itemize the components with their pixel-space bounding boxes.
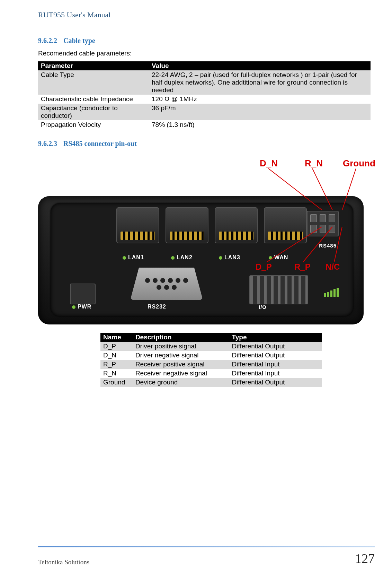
th-name: Name	[100, 333, 133, 342]
rj45-ports-row	[116, 207, 307, 243]
cell-param: Characteristic cable Impedance	[38, 95, 149, 104]
cell-type: Differential Input	[229, 360, 322, 369]
cell-name: R_P	[100, 360, 133, 369]
callout-r-p: R_P	[294, 262, 311, 272]
cell-type: Differential Output	[229, 342, 322, 351]
table-row: D_N Driver negative signal Differential …	[100, 351, 322, 360]
led-dot-icon	[219, 256, 222, 260]
cell-name: R_N	[100, 369, 133, 378]
label-rs485: RS485	[319, 243, 337, 249]
table-row: Capacitance (conductor to conductor) 36 …	[38, 104, 371, 120]
label-lan2: LAN2	[171, 254, 193, 261]
router-face-icon: LAN1 LAN2 LAN3 WAN RS485 PWR RS232 I/O	[51, 203, 353, 316]
cell-value: 22-24 AWG, 2 – pair (used for full-duple…	[149, 70, 371, 95]
cell-desc: Receiver negative signal	[133, 369, 229, 378]
cell-name: D_P	[100, 342, 133, 351]
io-connector-icon	[249, 275, 308, 304]
document-title: RUT955 User's Manual	[38, 10, 371, 19]
section-pinout-heading: 9.6.2.3RS485 connector pin-out	[38, 140, 371, 148]
cell-value: 36 pF/m	[149, 104, 371, 120]
cable-intro-text: Recomended cable parameters:	[38, 50, 371, 57]
cell-desc: Device ground	[133, 378, 229, 387]
port-lan2-icon	[166, 207, 208, 243]
section-number: 9.6.2.3	[38, 140, 57, 147]
port-lan1-icon	[116, 207, 159, 243]
th-value: Value	[149, 61, 371, 70]
rs232-connector-icon	[130, 268, 203, 300]
cell-desc: Driver positive signal	[133, 342, 229, 351]
cell-name: D_N	[100, 351, 133, 360]
port-wan-icon	[264, 207, 307, 243]
table-row: R_N Receiver negative signal Differentia…	[100, 369, 322, 378]
callout-d-n: D_N	[260, 158, 278, 169]
label-lan3: LAN3	[219, 254, 240, 261]
table-row: Propagation Velocity 78% (1.3 ns/ft)	[38, 120, 371, 129]
cell-type: Differential Output	[229, 378, 322, 387]
led-dot-icon	[171, 256, 175, 260]
label-wan: WAN	[269, 254, 288, 261]
cell-type: Differential Output	[229, 351, 322, 360]
section-title: RS485 connector pin-out	[63, 140, 137, 147]
footer-rule-icon	[38, 546, 375, 547]
cell-value: 120 Ω @ 1MHz	[149, 95, 371, 104]
th-type: Type	[229, 333, 322, 342]
footer-company: Teltonika Solutions	[38, 558, 89, 566]
table-row: R_P Receiver positive signal Differentia…	[100, 360, 322, 369]
callout-ground: Ground	[343, 158, 375, 169]
label-lan1: LAN1	[123, 254, 144, 261]
cell-param: Propagation Velocity	[38, 120, 149, 129]
table-row: Ground Device ground Differential Output	[100, 378, 322, 387]
cell-value: 78% (1.3 ns/ft)	[149, 120, 371, 129]
cell-desc: Receiver positive signal	[133, 360, 229, 369]
port-lan3-icon	[215, 207, 258, 243]
pwr-connector-icon	[70, 284, 96, 304]
th-desc: Description	[133, 333, 229, 342]
label-io: I/O	[259, 304, 267, 310]
footer-page-number: 127	[355, 551, 375, 566]
section-title: Cable type	[63, 37, 95, 44]
rs485-connector-icon	[307, 211, 339, 236]
callout-r-n: R_N	[305, 158, 323, 169]
router-body-icon: LAN1 LAN2 LAN3 WAN RS485 PWR RS232 I/O	[38, 196, 364, 324]
device-diagram: D_N R_N Ground	[38, 158, 371, 328]
label-rs232: RS232	[148, 304, 166, 310]
led-dot-icon	[72, 305, 75, 309]
pinout-table: Name Description Type D_P Driver positiv…	[100, 333, 322, 387]
cell-param: Cable Type	[38, 70, 149, 95]
cell-name: Ground	[100, 378, 133, 387]
table-row: Cable Type 22-24 AWG, 2 – pair (used for…	[38, 70, 371, 95]
table-row: Characteristic cable Impedance 120 Ω @ 1…	[38, 95, 371, 104]
callout-n-c: N/C	[326, 262, 340, 272]
cell-param: Capacitance (conductor to conductor)	[38, 104, 149, 120]
signal-bars-icon	[313, 287, 339, 297]
label-pwr: PWR	[72, 304, 91, 310]
section-number: 9.6.2.2	[38, 37, 57, 44]
section-cable-type-heading: 9.6.2.2Cable type	[38, 37, 371, 45]
led-dot-icon	[269, 256, 272, 260]
cable-parameter-table: Parameter Value Cable Type 22-24 AWG, 2 …	[38, 61, 371, 129]
cell-type: Differential Input	[229, 369, 322, 378]
th-parameter: Parameter	[38, 61, 149, 70]
page-footer: Teltonika Solutions 127	[38, 546, 375, 566]
cell-desc: Driver negative signal	[133, 351, 229, 360]
table-row: D_P Driver positive signal Differential …	[100, 342, 322, 351]
callout-d-p: D_P	[256, 262, 272, 272]
led-dot-icon	[123, 256, 126, 260]
